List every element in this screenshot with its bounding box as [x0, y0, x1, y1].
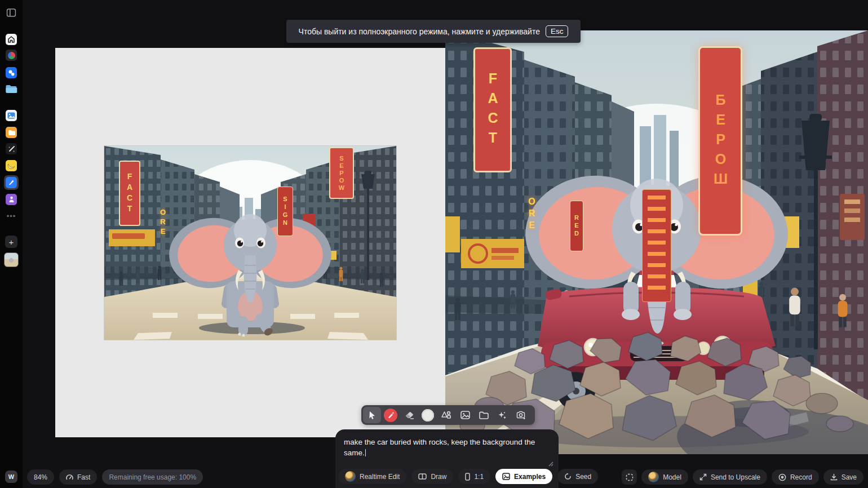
- seed-button[interactable]: Seed: [557, 469, 598, 484]
- sidebar-item-files[interactable]: [6, 84, 17, 96]
- prompt-panel: make the car buried with rocks, keep the…: [335, 429, 559, 488]
- send-to-upscale-label: Send to Upscale: [711, 473, 760, 481]
- brush-size-tool[interactable]: [419, 407, 437, 423]
- eraser-icon: [405, 411, 414, 419]
- sidebar-item-generate[interactable]: [6, 67, 17, 78]
- source-image: FACT ORE SIGN SEPOW: [104, 146, 396, 340]
- prompt-input[interactable]: make the car buried with rocks, keep the…: [335, 429, 559, 458]
- folder-orange-icon: [8, 130, 15, 136]
- speed-mode-button[interactable]: Fast: [59, 469, 97, 485]
- aspect-ratio-button[interactable]: 1:1: [458, 469, 490, 484]
- cursor-icon: [368, 411, 377, 420]
- status-bar: 84% Fast Remaining free usage: 100%: [27, 469, 203, 485]
- esc-key: Esc: [546, 25, 569, 37]
- image-icon: [460, 411, 470, 419]
- draw-label: Draw: [431, 473, 446, 481]
- save-label: Save: [842, 473, 857, 481]
- files-tool[interactable]: [475, 407, 493, 423]
- camera-plus-icon: [516, 411, 526, 419]
- fact-sign: FACT: [473, 47, 512, 172]
- seed-refresh-icon: [564, 473, 572, 480]
- blobs-icon: [8, 69, 15, 77]
- output-bar: Model Send to Upscale Record Save: [622, 469, 863, 485]
- seed-label: Seed: [575, 473, 591, 481]
- frame-select-button[interactable]: [622, 469, 637, 485]
- model-button[interactable]: Model: [641, 469, 688, 485]
- usage-badge: Remaining free usage: 100%: [102, 469, 203, 485]
- examples-button[interactable]: Examples: [495, 469, 552, 484]
- select-tool[interactable]: [363, 407, 381, 423]
- red-sign: RED: [570, 201, 583, 251]
- gauge-icon: [66, 474, 73, 480]
- fact-sign: FACT: [119, 161, 140, 226]
- sidebar-item-assets[interactable]: [6, 127, 17, 138]
- magic-wand-icon: [8, 145, 15, 153]
- examples-label: Examples: [514, 473, 546, 481]
- banana-icon: [7, 162, 15, 169]
- zoom-level-value: 84%: [34, 473, 47, 481]
- sidebar-item-characters[interactable]: [6, 194, 17, 205]
- record-button[interactable]: Record: [772, 469, 819, 485]
- sidebar-item-home[interactable]: [6, 34, 17, 45]
- folder-icon: [479, 411, 489, 419]
- app-sidebar: ••• + W: [0, 0, 23, 488]
- notice-text: Чтобы выйти из полноэкранного режима, на…: [299, 27, 540, 36]
- brush-size-circle-icon: [422, 409, 434, 422]
- realtime-edit-label: Realtime Edit: [360, 473, 400, 481]
- enhance-tool[interactable]: [493, 407, 511, 423]
- phone-icon: [465, 473, 470, 481]
- fullscreen-notice: Чтобы выйти из полноэкранного режима, на…: [286, 20, 581, 43]
- realtime-canvas-icon: [6, 177, 17, 188]
- download-icon: [830, 473, 838, 481]
- drawing-canvas[interactable]: FACT ORE SIGN SEPOW: [55, 48, 445, 437]
- record-icon: [778, 473, 786, 481]
- dashed-frame-icon: [626, 473, 634, 481]
- sidebar-more-icon[interactable]: •••: [7, 212, 16, 220]
- home-icon: [8, 36, 15, 43]
- sidebar-item-colors[interactable]: [6, 50, 17, 61]
- character-icon: [8, 196, 15, 203]
- sparkles-icon: [498, 411, 507, 420]
- prompt-value: make the car buried with rocks, keep the…: [344, 438, 535, 457]
- draw-panels-icon: [418, 473, 427, 480]
- image-icon: [7, 112, 15, 119]
- new-project-button[interactable]: +: [5, 236, 17, 248]
- sidebar-item-banana[interactable]: [6, 160, 17, 171]
- bero-sign: БЕРОШ: [698, 46, 742, 236]
- panel-toggle-icon[interactable]: [7, 8, 16, 19]
- usage-text: Remaining free usage: 100%: [109, 473, 196, 481]
- snapshot-tool[interactable]: [512, 407, 530, 423]
- eraser-tool[interactable]: [400, 407, 418, 423]
- insert-image-tool[interactable]: [456, 407, 474, 423]
- sidebar-item-editor[interactable]: [6, 143, 17, 154]
- ore-sign: ORE: [524, 184, 539, 245]
- record-label: Record: [790, 473, 812, 481]
- model-label: Model: [663, 473, 681, 481]
- save-button[interactable]: Save: [823, 469, 863, 485]
- send-to-upscale-button[interactable]: Send to Upscale: [693, 469, 767, 485]
- red-brush-icon: [384, 409, 397, 422]
- sidebar-item-realtime-selected[interactable]: [4, 175, 19, 190]
- shapes-icon: [441, 411, 451, 419]
- upscale-icon: [699, 473, 707, 481]
- neon-character-sign: [642, 189, 671, 302]
- sidebar-item-gallery[interactable]: [6, 110, 17, 121]
- project-thumbnail[interactable]: [4, 252, 19, 267]
- ore-sign: ORE: [157, 201, 169, 243]
- color-wheel-icon: [8, 52, 15, 59]
- app-screen: ••• + W: [0, 0, 868, 488]
- generated-image: FACT ORE RED БЕРОШ: [445, 30, 868, 454]
- user-avatar[interactable]: W: [5, 471, 17, 483]
- paint-tool[interactable]: [382, 407, 400, 423]
- draw-button[interactable]: Draw: [411, 469, 453, 484]
- speed-mode-label: Fast: [77, 473, 90, 481]
- zoom-level-badge[interactable]: 84%: [27, 469, 54, 485]
- sign-sign: SIGN: [277, 187, 293, 236]
- shapes-tool[interactable]: [437, 407, 455, 423]
- realtime-edit-button[interactable]: Realtime Edit: [338, 469, 406, 484]
- aspect-ratio-label: 1:1: [474, 473, 484, 481]
- resize-handle[interactable]: [548, 459, 553, 469]
- folder-blue-icon: [6, 84, 17, 94]
- examples-icon: [502, 473, 510, 480]
- canvas-toolbar: [361, 405, 535, 425]
